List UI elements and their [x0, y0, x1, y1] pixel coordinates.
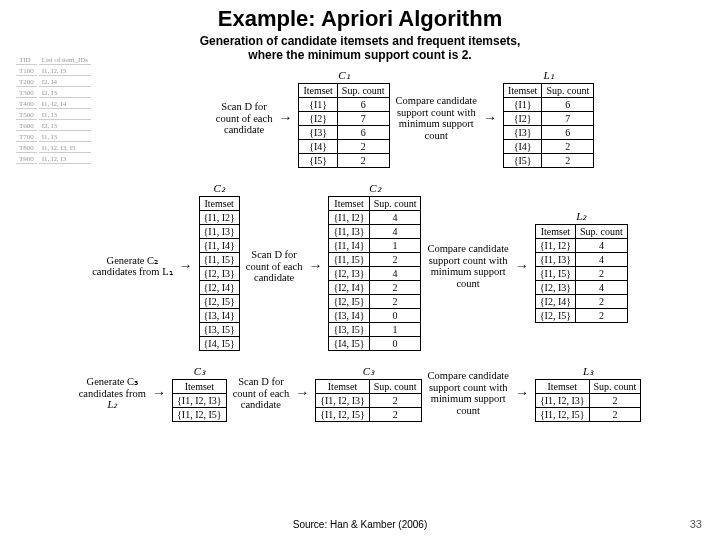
slide-title: Example: Apriori Algorithm	[0, 6, 720, 32]
arrow-icon: →	[515, 258, 529, 274]
table-c2-counts: ItemsetSup. count {I1, I2}4{I1, I3}4{I1,…	[328, 196, 421, 351]
step-compare: Compare candidate support count with min…	[396, 95, 477, 141]
arrow-icon: →	[278, 110, 292, 126]
step-scan-d: Scan D for count of each candidate	[246, 249, 303, 284]
table-c3-counts: ItemsetSup. count {I1, I2, I3}2{I1, I2, …	[315, 379, 421, 422]
step-compare: Compare candidate support count with min…	[428, 370, 509, 416]
row-c1-l1: Scan D for count of each candidate → C₁ …	[90, 69, 720, 168]
slide-subtitle: Generation of candidate itemsets and fre…	[0, 34, 720, 63]
arrow-icon: →	[483, 110, 497, 126]
arrow-icon: →	[179, 258, 193, 274]
row-c2-l2: Generate C₂candidates from L₁ → C₂ Items…	[0, 182, 720, 351]
arrow-icon: →	[152, 385, 166, 401]
table-c3-itemsets: Itemset {I1, I2, I3}{I1, I2, I5}	[172, 379, 227, 422]
table-c2-itemsets: Itemset {I1, I2}{I1, I3}{I1, I4}{I1, I5}…	[199, 196, 240, 351]
step-compare: Compare candidate support count with min…	[427, 243, 508, 289]
transaction-table: TIDList of item_IDs T100I1, I2, I5 T200I…	[14, 54, 93, 166]
arrow-icon: →	[295, 385, 309, 401]
step-scan-d: Scan D for count of each candidate	[216, 101, 273, 136]
table-l3: ItemsetSup. count {I1, I2, I3}2{I1, I2, …	[535, 379, 641, 422]
step-scan-d: Scan D for count of each candidate	[233, 376, 290, 411]
page-number: 33	[690, 518, 702, 530]
source-citation: Source: Han & Kamber (2006)	[0, 519, 720, 530]
table-l2: ItemsetSup. count {I1, I2}4{I1, I3}4{I1,…	[535, 224, 628, 323]
step-gen-c2: Generate C₂candidates from L₁	[92, 255, 172, 278]
table-l1: ItemsetSup. count {I1}6{I2}7{I3}6{I4}2{I…	[503, 83, 594, 168]
table-c1: ItemsetSup. count {I1}6{I2}7{I3}6{I4}2{I…	[298, 83, 389, 168]
row-c3-l3: Generate C₃candidates fromL₂ → C₃ Itemse…	[0, 365, 720, 422]
arrow-icon: →	[515, 385, 529, 401]
step-gen-c3: Generate C₃candidates fromL₂	[79, 376, 146, 411]
arrow-icon: →	[308, 258, 322, 274]
